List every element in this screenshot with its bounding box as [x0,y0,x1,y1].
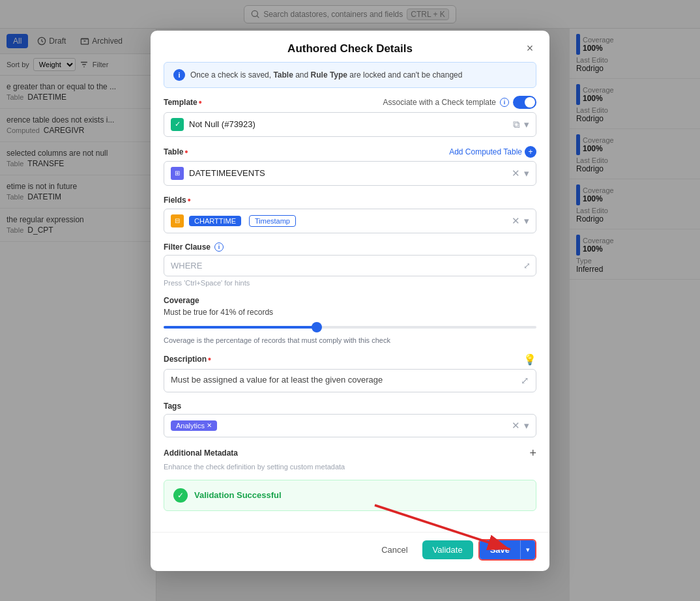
template-check-icon: ✓ [171,118,184,131]
additional-metadata-row: Additional Metadata + Enhance the check … [164,447,536,471]
save-button-group: Save ▾ [478,539,536,561]
filter-label: Filter Clause i [164,242,224,252]
description-label-row: Description • 💡 [164,353,536,366]
template-row: Template • Associate with a Check templa… [164,96,536,137]
filter-clause-row: Filter Clause i WHERE ⤢ Press 'Ctrl+Spac… [164,242,536,287]
associate-row: Associate with a Check template i [383,96,536,109]
timestamp-chip: Timestamp [249,215,296,227]
filter-label-row: Filter Clause i [164,242,536,252]
info-banner: i Once a check is saved, Table and Rule … [164,62,536,88]
filter-placeholder: WHERE [171,261,202,271]
validation-text: Validation Successful [194,490,282,500]
add-plus-icon: + [525,146,536,158]
slider-fill [164,326,317,329]
tag-remove-icon[interactable]: ✕ [207,422,212,429]
template-icons: ⧉ ▾ [513,119,529,130]
coverage-section: Coverage Must be true for 41% of records… [164,296,536,344]
fields-columns-icon: ⊟ [171,214,184,227]
description-value: Must be assigned a value for at least th… [171,375,516,385]
table-grid-icon: ⊞ [171,167,184,180]
tags-input[interactable]: Analytics ✕ ✕ ▾ [164,414,536,437]
charttime-chip: CHARTTIME [189,216,241,226]
chevron-down-icon[interactable]: ▾ [524,168,529,179]
coverage-slider[interactable] [164,321,536,334]
close-button[interactable]: × [521,40,539,58]
chevron-down-icon[interactable]: ▾ [524,215,529,227]
required-dot: • [199,97,202,108]
slider-track [164,326,536,329]
fields-label: Fields • [164,195,191,205]
fields-icons: ✕ ▾ [512,215,529,227]
filter-hint: Press 'Ctrl+Space' for hints [164,279,536,287]
modal-dialog: Authored Check Details × i Once a check … [151,31,549,571]
validate-button[interactable]: Validate [422,540,473,559]
chevron-down-icon[interactable]: ▾ [524,119,529,130]
info-circle-icon: i [500,98,509,107]
additional-metadata-desc: Enhance the check definition by setting … [164,463,536,471]
save-button[interactable]: Save [480,540,520,559]
copy-icon[interactable]: ⧉ [513,119,520,130]
expand-icon[interactable]: ⤢ [523,261,531,271]
add-meta-header: Additional Metadata + [164,447,536,460]
table-input[interactable]: ⊞ DATETIMEEVENTS ✕ ▾ [164,161,536,186]
modal-backdrop: Authored Check Details × i Once a check … [0,0,700,601]
fields-row: Fields • ⊟ CHARTTIME Timestamp ✕ ▾ [164,195,536,233]
template-value: Not Null (#73923) [189,119,508,129]
tags-icons: ✕ ▾ [512,420,529,432]
check-circle-icon: ✓ [173,488,188,503]
expand-icon[interactable]: ⤢ [521,375,529,387]
info-icon: i [173,69,185,81]
clear-icon[interactable]: ✕ [512,168,520,179]
table-label: Table • [164,147,188,157]
table-row: Table • Add Computed Table + ⊞ DATETIMEE… [164,146,536,186]
add-computed-table[interactable]: Add Computed Table + [449,146,536,158]
filter-info-icon: i [214,242,224,252]
tags-label-row: Tags [164,402,536,411]
coverage-subtitle: Must be true for 41% of records [164,308,536,317]
lightbulb-icon: 💡 [523,353,536,366]
description-row: Description • 💡 Must be assigned a value… [164,353,536,392]
coverage-desc: Coverage is the percentage of records th… [164,336,536,344]
save-dropdown-button[interactable]: ▾ [520,540,535,559]
table-label-row: Table • Add Computed Table + [164,146,536,158]
modal-footer: Cancel Validate Save ▾ [151,532,549,571]
template-label: Template • [164,97,202,108]
modal-title: Authored Check Details [287,42,413,55]
required-dot: • [184,147,188,157]
clear-icon[interactable]: ✕ [512,420,520,432]
validation-success-box: ✓ Validation Successful [164,480,536,511]
template-label-row: Template • Associate with a Check templa… [164,96,536,109]
filter-input[interactable]: WHERE ⤢ [164,255,536,276]
clear-icon[interactable]: ✕ [512,215,520,227]
table-icons: ✕ ▾ [512,168,529,179]
cancel-button[interactable]: Cancel [372,540,416,559]
fields-input[interactable]: ⊟ CHARTTIME Timestamp ✕ ▾ [164,209,536,233]
info-text: Once a check is saved, Table and Rule Ty… [190,70,462,80]
required-dot: • [188,195,191,205]
additional-metadata-title: Additional Metadata [164,448,238,458]
modal-header: Authored Check Details × [151,31,549,62]
coverage-title: Coverage [164,296,536,305]
slider-thumb[interactable] [312,322,322,332]
template-input[interactable]: ✓ Not Null (#73923) ⧉ ▾ [164,112,536,137]
tags-row: Tags Analytics ✕ ✕ ▾ [164,402,536,437]
chevron-down-icon[interactable]: ▾ [524,420,529,432]
description-input[interactable]: Must be assigned a value for at least th… [164,369,536,392]
add-metadata-button[interactable]: + [529,447,536,460]
description-icons: ⤢ [521,375,529,387]
fields-label-row: Fields • [164,195,536,205]
table-value: DATETIMEEVENTS [189,168,506,178]
description-label: Description • [164,354,211,364]
required-dot: • [208,354,211,364]
modal-body: Template • Associate with a Check templa… [151,96,549,532]
associate-toggle[interactable] [513,96,536,109]
analytics-tag: Analytics ✕ [171,420,217,431]
tags-label: Tags [164,402,181,411]
